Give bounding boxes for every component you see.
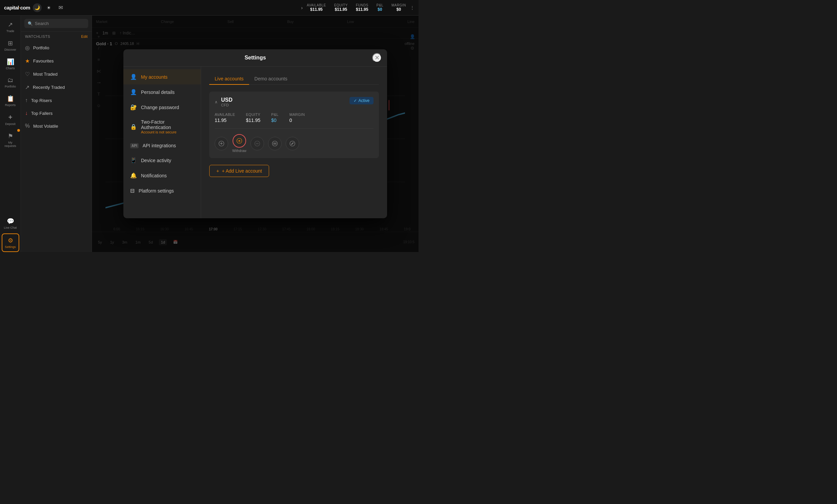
watchlist-item-favourites[interactable]: ★ Favourites (21, 54, 92, 68)
device-activity-icon: 📱 (130, 157, 137, 164)
deposit-button[interactable] (215, 137, 228, 150)
search-icon: 🔍 (28, 21, 33, 26)
nav-change-password[interactable]: 🔐 Change password (123, 100, 201, 115)
withdraw-action: Withdraw (232, 134, 246, 153)
top-fallers-icon: ↓ (25, 110, 28, 116)
sidebar-item-my-requests[interactable]: ⚑ My requests (2, 130, 19, 150)
settings-content: Live accounts Demo accounts ∧ USD CFD (201, 67, 387, 218)
logo-text: capital·com (4, 5, 30, 11)
transfer-action (250, 137, 264, 150)
two-factor-icon: 🔒 (130, 124, 137, 130)
withdraw-button[interactable] (233, 134, 246, 148)
watchlist-item-reports[interactable]: ↓ Top Fallers (21, 107, 92, 119)
livechat-icon: 💬 (7, 218, 14, 225)
account-stats: AVAILABLE 11.95 EQUITY $11.95 P&L $0 (215, 112, 374, 129)
watchlist-item-most-traded[interactable]: ♡ Most Traded (21, 68, 92, 81)
transfer-button[interactable] (250, 137, 264, 150)
mail-icon[interactable]: ✉ (58, 4, 63, 11)
collapse-icon[interactable]: ∧ (215, 100, 218, 105)
withdraw-label: Withdraw (232, 149, 246, 153)
svg-point-22 (290, 141, 295, 146)
deposit-action (215, 137, 228, 150)
modal-header: Settings ✕ (123, 49, 387, 67)
edit-button[interactable] (286, 137, 299, 150)
deposit-icon: + (8, 113, 13, 121)
currency-code: USD (221, 97, 233, 103)
account-currency-info: ∧ USD CFD (215, 97, 233, 107)
watchlist-panel: 🔍 Search WATCHLISTS Edit ◎ Portfolio ★ F… (21, 16, 92, 252)
edit-action (286, 137, 299, 150)
topbar-stats: AVAILABLE $11.95 EQUITY $11.95 FUNDS $11… (307, 3, 406, 12)
acc-stat-available: AVAILABLE 11.95 (215, 112, 235, 123)
favourites-icon: ★ (25, 58, 30, 64)
watchlists-label: WATCHLISTS (25, 35, 50, 38)
search-input[interactable]: Search (35, 21, 49, 26)
sidebar-item-settings[interactable]: ⚙ Settings (2, 234, 19, 252)
add-live-account-button[interactable]: + + Add Live account (209, 165, 269, 177)
search-area: 🔍 Search (21, 16, 92, 32)
watchlist-item-portfolio[interactable]: ◎ Portfolio (21, 41, 92, 54)
nav-platform-settings[interactable]: ⊟ Platform settings (123, 183, 201, 198)
reports-icon: 📋 (7, 95, 14, 102)
stat-available: AVAILABLE $11.95 (307, 3, 326, 12)
settings-nav: 👤 My accounts 👤 Personal details 🔐 Chang… (123, 67, 201, 218)
active-badge: ✓ Active (350, 97, 374, 105)
charts-icon: 📊 (7, 58, 14, 66)
account-settings-button[interactable] (268, 137, 282, 150)
nav-notifications[interactable]: 🔔 Notifications (123, 168, 201, 183)
account-actions: Withdraw (215, 134, 374, 153)
light-mode-toggle[interactable]: ☀ (44, 3, 53, 12)
nav-api[interactable]: API API integrations (123, 138, 201, 153)
stat-pnl: P&L $0 (377, 3, 384, 12)
add-live-label: + Add Live account (222, 168, 262, 174)
nav-my-accounts[interactable]: 👤 My accounts (123, 69, 201, 85)
sidebar-item-charts[interactable]: 📊 Charts (2, 55, 19, 73)
portfolio-list-icon: ◎ (25, 44, 30, 51)
sidebar-item-trade[interactable]: ↗ Trade (2, 18, 19, 36)
discover-icon: ⊞ (8, 39, 13, 47)
account-card-usd: ∧ USD CFD ✓ Active (209, 92, 379, 158)
personal-details-icon: 👤 (130, 89, 137, 95)
active-label: Active (358, 98, 370, 103)
sidebar-item-deposit[interactable]: + Deposit (2, 111, 19, 128)
volatile-icon: % (25, 123, 30, 129)
more-options-icon[interactable]: ⋮ (410, 5, 414, 10)
acc-stat-margin: MARGIN 0 (289, 112, 305, 123)
sidebar-item-livechat[interactable]: 💬 Live Chat (2, 215, 19, 232)
nav-two-factor[interactable]: 🔒 Two-Factor Authentication Account is n… (123, 115, 201, 138)
active-checkmark: ✓ (354, 98, 357, 103)
stat-funds: FUNDS $11.95 (356, 3, 369, 12)
watchlist-item-recently-traded[interactable]: ↗ Recently Traded (21, 81, 92, 94)
settings-action (268, 137, 282, 150)
add-icon: + (216, 168, 219, 174)
search-box[interactable]: 🔍 Search (24, 19, 88, 28)
recently-traded-icon: ↗ (25, 84, 30, 91)
settings-icon: ⚙ (8, 237, 13, 244)
edit-button[interactable]: Edit (81, 35, 88, 38)
nav-device-activity[interactable]: 📱 Device activity (123, 153, 201, 168)
currency-info: USD CFD (221, 97, 233, 107)
sidebar-item-reports[interactable]: 📋 Reports (2, 92, 19, 109)
nav-personal-details[interactable]: 👤 Personal details (123, 85, 201, 100)
top-risers-icon: ↑ (25, 97, 28, 104)
sidebar-item-portfolio[interactable]: 🗂 Portfolio (2, 74, 19, 91)
my-accounts-icon: 👤 (130, 74, 137, 80)
sidebar-item-discover[interactable]: ⊞ Discover (2, 37, 19, 54)
acc-stat-pnl: P&L $0 (271, 112, 279, 123)
tab-demo-accounts[interactable]: Demo accounts (249, 73, 293, 85)
most-traded-icon: ♡ (25, 71, 30, 77)
main-layout: ↗ Trade ⊞ Discover 📊 Charts 🗂 Portfolio … (0, 16, 418, 252)
modal-body: 👤 My accounts 👤 Personal details 🔐 Chang… (123, 67, 387, 218)
requests-badge (17, 129, 20, 132)
two-factor-warning: Account is not secure (141, 130, 194, 134)
settings-overlay: Settings ✕ 👤 My accounts 👤 Personal deta… (92, 16, 418, 252)
currency-type: CFD (221, 103, 233, 107)
tab-live-accounts[interactable]: Live accounts (209, 73, 249, 85)
trade-icon: ↗ (8, 21, 13, 29)
watchlist-item-volatile[interactable]: % Most Volatile (21, 119, 92, 132)
dark-mode-toggle[interactable]: 🌙 (33, 3, 41, 12)
expand-icon[interactable]: › (301, 5, 303, 11)
account-card-header: ∧ USD CFD ✓ Active (215, 97, 374, 107)
modal-close-button[interactable]: ✕ (372, 53, 382, 62)
watchlist-item-top-risers[interactable]: ↑ Top Risers (21, 94, 92, 107)
